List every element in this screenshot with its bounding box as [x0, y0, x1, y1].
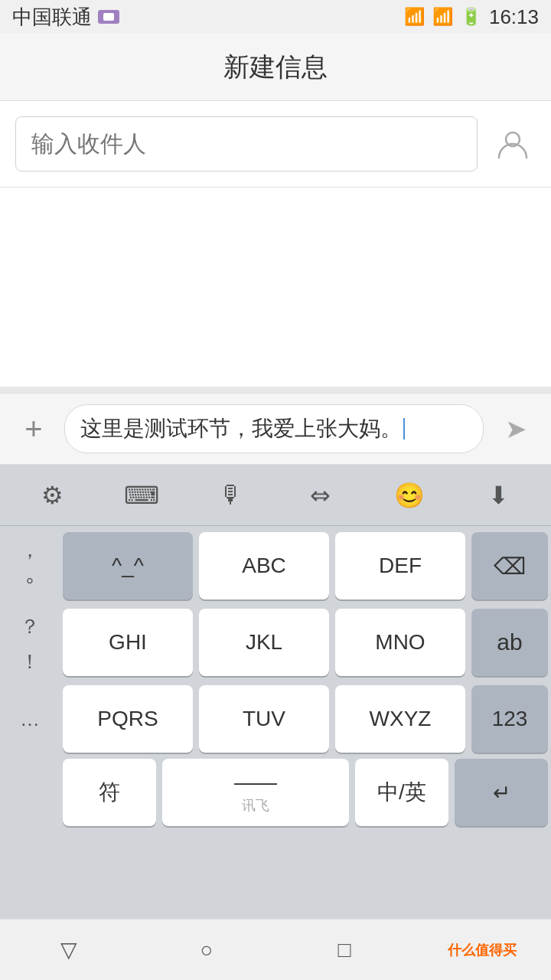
app-header: 新建信息: [0, 34, 551, 101]
status-bar: 中国联通 📶 📶 🔋 16:13: [0, 0, 551, 34]
section-divider: [0, 387, 551, 393]
punct-period[interactable]: °: [26, 567, 34, 603]
clock: 16:13: [489, 5, 539, 29]
punct-column-3: …: [3, 685, 57, 753]
key-ghi[interactable]: GHI: [63, 609, 193, 676]
keyboard-toolbar: ⚙ ⌨ 🎙 ⇔ 😊 ⬇: [0, 465, 551, 526]
message-text: 这里是测试环节，我爱上张大妈。: [80, 414, 402, 443]
key-pqrs[interactable]: PQRS: [63, 685, 193, 753]
recents-icon: □: [338, 938, 351, 962]
keyboard-icon: ⌨: [124, 481, 159, 510]
key-caret[interactable]: ^_^: [63, 532, 193, 599]
keyboard-area: ， ° ^_^ ABC DEF ⌫ ？ ！ GHI JKL MNO: [0, 526, 551, 919]
backspace-icon: ⌫: [494, 553, 526, 580]
send-icon: ➤: [505, 413, 527, 444]
key-label: 符: [99, 778, 120, 807]
return-icon: ↵: [493, 780, 510, 805]
key-wxyz[interactable]: WXYZ: [335, 685, 465, 753]
key-label: PQRS: [97, 707, 158, 731]
plus-icon: +: [24, 412, 42, 446]
recents-button[interactable]: □: [306, 927, 383, 973]
key-language[interactable]: 中/英: [355, 759, 448, 826]
status-left: 中国联通: [12, 4, 119, 31]
voice-toolbar-button[interactable]: 🎙: [201, 472, 262, 518]
keyboard-row-2: ？ ！ GHI JKL MNO ab: [3, 609, 548, 679]
logo-text: 什么值得买: [448, 941, 517, 959]
back-button[interactable]: ▽: [31, 927, 107, 973]
punct-exclaim[interactable]: ！: [20, 644, 40, 679]
message-input-bar: + 这里是测试环节，我爱上张大妈。 ➤: [0, 393, 551, 465]
key-ab[interactable]: ab: [471, 609, 548, 676]
battery-icon: 🔋: [461, 7, 481, 27]
keyboard-toolbar-button[interactable]: ⌨: [111, 472, 172, 518]
punct-column: ， °: [3, 532, 57, 603]
punct-question[interactable]: ？: [20, 609, 40, 644]
key-def[interactable]: DEF: [335, 532, 465, 599]
hide-keyboard-button[interactable]: ⬇: [468, 472, 530, 518]
gear-icon: ⚙: [41, 481, 64, 510]
emoji-toolbar-button[interactable]: 😊: [379, 472, 440, 518]
delete-key[interactable]: ⌫: [471, 532, 548, 599]
back-icon: ▽: [60, 937, 77, 962]
key-123[interactable]: 123: [471, 685, 548, 753]
key-label: WXYZ: [370, 707, 432, 731]
home-button[interactable]: ○: [168, 927, 245, 973]
recipient-input[interactable]: [15, 116, 478, 172]
microphone-icon: 🎙: [219, 481, 243, 509]
settings-toolbar-button[interactable]: ⚙: [21, 472, 83, 518]
smzdm-logo: 什么值得买: [444, 927, 520, 973]
key-abc[interactable]: ABC: [199, 532, 329, 599]
keyboard-row-1: ， ° ^_^ ABC DEF ⌫: [3, 532, 548, 603]
lang-label: 中/英: [377, 778, 426, 807]
punct-column-2: ？ ！: [3, 609, 57, 679]
space-label: ——: [234, 770, 277, 795]
keyboard-row-3: … PQRS TUV WXYZ 123: [3, 685, 548, 753]
key-label: ^_^: [112, 554, 144, 578]
wifi-icon: 📶: [404, 7, 425, 27]
cursor-toolbar-button[interactable]: ⇔: [289, 472, 350, 518]
bottom-navigation: ▽ ○ □ 什么值得买: [0, 919, 551, 980]
key-label: 123: [492, 707, 528, 731]
key-tuv[interactable]: TUV: [199, 685, 329, 753]
send-button[interactable]: ➤: [493, 406, 539, 452]
emoji-icon: 😊: [394, 481, 425, 510]
add-attachment-button[interactable]: +: [12, 407, 55, 450]
page-title: 新建信息: [223, 50, 328, 85]
key-space[interactable]: —— 讯飞: [162, 759, 349, 826]
key-symbol[interactable]: 符: [63, 759, 156, 826]
status-right: 📶 📶 🔋 16:13: [404, 5, 539, 29]
punct-spacer: [3, 759, 57, 826]
contact-picker-button[interactable]: [490, 121, 536, 167]
signal-icon: 📶: [432, 7, 453, 27]
chevron-down-icon: ⬇: [488, 481, 509, 510]
key-jkl[interactable]: JKL: [199, 609, 329, 676]
key-label: ab: [497, 629, 522, 655]
cursor-move-icon: ⇔: [310, 481, 331, 510]
message-text-input[interactable]: 这里是测试环节，我爱上张大妈。: [64, 404, 484, 453]
key-label: MNO: [375, 630, 425, 655]
keyboard-row-4: 符 —— 讯飞 中/英 ↵: [3, 759, 548, 826]
punct-comma[interactable]: ，: [20, 532, 40, 567]
key-mno[interactable]: MNO: [335, 609, 465, 676]
key-label: TUV: [243, 707, 285, 731]
punct-ellipsis[interactable]: …: [20, 701, 40, 737]
key-label: DEF: [379, 554, 422, 578]
carrier-text: 中国联通: [12, 4, 92, 31]
ime-brand-label: 讯飞: [242, 796, 269, 815]
key-return[interactable]: ↵: [455, 759, 548, 826]
message-body: [0, 188, 551, 387]
home-icon: ○: [201, 938, 214, 962]
recipient-area: [0, 101, 551, 188]
carrier-icon: [98, 10, 119, 24]
text-cursor: [403, 418, 405, 439]
key-label: ABC: [242, 554, 286, 578]
key-label: JKL: [246, 630, 282, 655]
key-label: GHI: [109, 630, 147, 655]
